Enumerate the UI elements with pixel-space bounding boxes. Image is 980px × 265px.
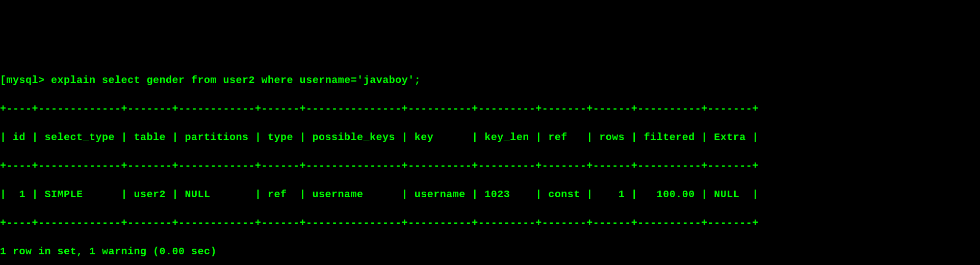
terminal-output: [mysql> explain select gender from user2… [0,59,980,265]
query-status: 1 row in set, 1 warning (0.00 sec) [0,245,980,259]
sql-command[interactable]: explain select gender from user2 where u… [51,73,421,88]
table-row: | 1 | SIMPLE | user2 | NULL | ref | user… [0,188,980,202]
table-border-mid: +----+-------------+-------+------------… [0,159,980,173]
table-border-top: +----+-------------+-------+------------… [0,102,980,116]
bracket-icon: [ [0,73,7,88]
query-line-1: [mysql> explain select gender from user2… [0,73,980,88]
table-header-row: | id | select_type | table | partitions … [0,130,980,145]
mysql-prompt: mysql> [7,73,45,88]
table-border-bottom: +----+-------------+-------+------------… [0,216,980,230]
